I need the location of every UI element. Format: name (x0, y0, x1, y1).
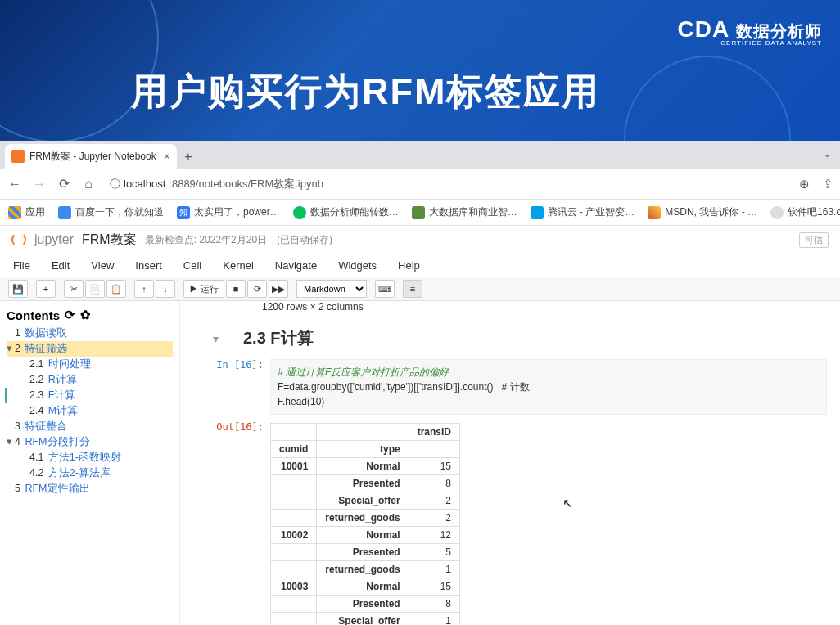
cda-logo: CDA 数据分析师 CERTIFIED DATA ANALYST (678, 16, 822, 47)
restart-button[interactable]: ⟳ (247, 280, 267, 298)
menu-help[interactable]: Help (398, 259, 420, 272)
menu-edit[interactable]: Edit (52, 259, 70, 272)
trusted-badge[interactable]: 可信 (799, 232, 829, 248)
out-prompt: Out[16]: (213, 421, 270, 625)
toc-item[interactable]: 2.1 时间处理 (7, 357, 173, 372)
favicon: 知 (177, 206, 190, 219)
toc-item[interactable]: 4.1 方法1-函数映射 (7, 450, 173, 465)
new-tab-button[interactable]: + (177, 146, 200, 169)
toc-sidebar: Contents ⟳ ✿ 1 数据读取▾2 特征筛选2.1 时间处理2.2 R计… (0, 301, 180, 625)
toc-item[interactable]: 3 特征整合 (7, 419, 173, 434)
move-down-button[interactable]: ↓ (156, 280, 175, 298)
jupyter-favicon (11, 150, 25, 163)
minimize-icon[interactable]: ⌄ (823, 147, 832, 160)
jupyter-toolbar: 💾 + ✂ 📄 📋 ↑ ↓ ▶ 运行 ■ ⟳ ▶▶ Markdown ⌨ ≡ (0, 277, 840, 301)
url-field[interactable]: ⓘ localhost:8889/notebooks/FRM教案.ipynb (105, 177, 791, 191)
favicon (293, 206, 306, 219)
browser-tabstrip: FRM教案 - Jupyter Notebook × + ⌄ (0, 141, 840, 169)
copy-button[interactable]: 📄 (85, 280, 105, 298)
output-cell: Out[16]: transIDcumidtype10001Normal15Pr… (213, 421, 827, 625)
bookmark-item[interactable]: 数据分析师能转数… (293, 205, 399, 219)
toc-item[interactable]: 2.4 M计算 (7, 403, 173, 419)
celltype-select[interactable]: Markdown (296, 280, 367, 298)
restart-run-button[interactable]: ▶▶ (269, 280, 288, 298)
bookmark-item[interactable]: 腾讯云 - 产业智变… (531, 205, 635, 219)
toc-item[interactable]: ▾2 特征筛选 (7, 341, 173, 357)
apps-icon (8, 206, 21, 219)
menu-navigate[interactable]: Navigate (275, 259, 317, 272)
site-info-icon[interactable]: ⓘ (110, 177, 120, 191)
favicon (412, 206, 425, 219)
browser-tab[interactable]: FRM教案 - Jupyter Notebook × (5, 144, 177, 169)
bookmark-item[interactable]: MSDN, 我告诉你 - … (648, 205, 757, 219)
favicon (648, 206, 661, 219)
apps-button[interactable]: 应用 (8, 205, 45, 219)
close-icon[interactable]: × (164, 150, 170, 163)
toc-title: Contents ⟳ ✿ (7, 308, 173, 322)
jupyter-logo-icon (11, 232, 26, 247)
favicon (58, 206, 71, 219)
code-cell[interactable]: In [16]: # 通过计算F反应客户对打折产品的偏好 F=data.grou… (213, 359, 827, 415)
bookmark-item[interactable]: 百度一下，你就知道 (58, 205, 164, 219)
collapse-icon[interactable]: ▾ (213, 332, 219, 345)
menu-cell[interactable]: Cell (183, 259, 201, 272)
jupyter-menubar: File Edit View Insert Cell Kernel Naviga… (0, 254, 840, 277)
menu-kernel[interactable]: Kernel (223, 259, 254, 272)
notebook-area: 1200 rows × 2 columns ▾ 2.3 F计算 In [16]:… (180, 301, 840, 625)
banner-title: 用户购买行为RFM标签应用 (131, 67, 600, 116)
dataframe-shape-label: 1200 rows × 2 columns (262, 301, 827, 312)
toc-item[interactable]: 2.2 R计算 (7, 372, 173, 388)
bookmark-item[interactable]: 知太实用了，power… (177, 205, 280, 219)
toc-item[interactable]: 4.2 方法2-算法库 (7, 465, 173, 481)
cut-button[interactable]: ✂ (64, 280, 84, 298)
interrupt-button[interactable]: ■ (226, 280, 246, 298)
in-prompt: In [16]: (213, 359, 270, 415)
toc-item[interactable]: 1 数据读取 (7, 326, 173, 341)
toc-item[interactable]: 5 RFM定性输出 (7, 481, 173, 497)
section-title: 2.3 F计算 (243, 327, 314, 349)
search-icon[interactable]: ⊕ (799, 177, 810, 191)
share-icon[interactable]: ⇪ (823, 177, 833, 191)
menu-insert[interactable]: Insert (135, 259, 162, 272)
back-icon[interactable]: ← (7, 177, 23, 191)
gear-icon[interactable]: ✿ (80, 308, 91, 322)
refresh-icon[interactable]: ⟳ (65, 308, 75, 322)
move-up-button[interactable]: ↑ (134, 280, 154, 298)
forward-icon[interactable]: → (31, 177, 47, 191)
bookmark-item[interactable]: 软件吧163.com (770, 205, 840, 219)
run-button[interactable]: ▶ 运行 (183, 280, 224, 298)
course-banner: CDA 数据分析师 CERTIFIED DATA ANALYST 用户购买行为R… (0, 0, 840, 141)
command-palette-button[interactable]: ⌨ (375, 280, 395, 298)
paste-button[interactable]: 📋 (106, 280, 126, 298)
bookmarks-bar: 应用 百度一下，你就知道 知太实用了，power… 数据分析师能转数… 大数据库… (0, 200, 840, 226)
favicon (531, 206, 544, 219)
jupyter-header: jupyter FRM教案 最新检查点: 2022年2月20日 (已自动保存) … (0, 226, 840, 254)
menu-file[interactable]: File (13, 259, 30, 272)
toc-toggle-button[interactable]: ≡ (403, 280, 422, 298)
bookmark-item[interactable]: 大数据库和商业智… (412, 205, 517, 219)
menu-widgets[interactable]: Widgets (338, 259, 377, 272)
jupyter-brand: jupyter (34, 232, 74, 247)
tab-title: FRM教案 - Jupyter Notebook (29, 150, 156, 164)
checkpoint-label: 最新检查点: 2022年2月20日 (已自动保存) (145, 233, 332, 247)
address-bar: ← → ⟳ ⌂ ⓘ localhost:8889/notebooks/FRM教案… (0, 169, 840, 200)
home-icon[interactable]: ⌂ (80, 177, 97, 191)
notebook-name[interactable]: FRM教案 (82, 232, 137, 249)
toc-item[interactable]: ▾4 RFM分段打分 (7, 434, 173, 450)
dataframe-output: transIDcumidtype10001Normal15Presented8S… (270, 423, 460, 625)
menu-view[interactable]: View (91, 259, 114, 272)
favicon (770, 206, 784, 219)
add-cell-button[interactable]: + (36, 280, 56, 298)
reload-icon[interactable]: ⟳ (56, 176, 72, 191)
toc-item[interactable]: 2.3 F计算 (5, 388, 173, 403)
save-button[interactable]: 💾 (8, 280, 28, 298)
code-editor[interactable]: # 通过计算F反应客户对打折产品的偏好 F=data.groupby(['cum… (270, 359, 827, 415)
